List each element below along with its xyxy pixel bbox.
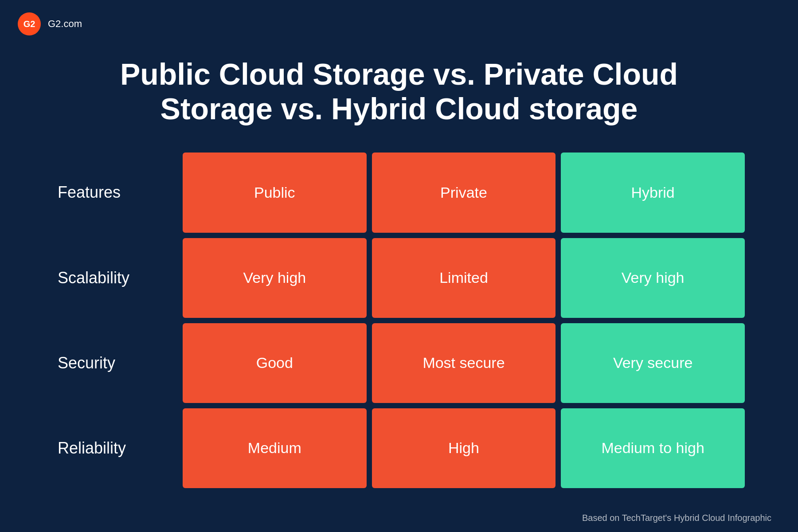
page-title: Public Cloud Storage vs. Private Cloud S… <box>89 57 709 126</box>
site-name: G2.com <box>48 18 82 30</box>
cell-public-security: Good <box>183 323 367 403</box>
main-content: Public Cloud Storage vs. Private Cloud S… <box>0 48 798 506</box>
feature-label-reliability: Reliability <box>53 408 177 488</box>
cell-public-header: Public <box>183 153 367 232</box>
cell-hybrid-security: Very secure <box>561 323 745 403</box>
header: G2 G2.com <box>0 0 798 48</box>
cell-hybrid-reliability: Medium to high <box>561 408 745 488</box>
cell-private-scalability: Limited <box>372 238 556 318</box>
feature-label-scalability: Scalability <box>53 238 177 318</box>
cell-public-scalability: Very high <box>183 238 367 318</box>
g2-logo: G2 <box>18 12 41 35</box>
cell-hybrid-scalability: Very high <box>561 238 745 318</box>
cell-private-header: Private <box>372 153 556 232</box>
logo-text: G2 <box>23 19 35 29</box>
attribution-text: Based on TechTarget's Hybrid Cloud Infog… <box>582 513 771 523</box>
comparison-table: Features Public Private Hybrid Scalabili… <box>53 153 745 488</box>
cell-hybrid-header: Hybrid <box>561 153 745 232</box>
cell-private-security: Most secure <box>372 323 556 403</box>
cell-public-reliability: Medium <box>183 408 367 488</box>
cell-private-reliability: High <box>372 408 556 488</box>
feature-label-features: Features <box>53 153 177 232</box>
footer: Based on TechTarget's Hybrid Cloud Infog… <box>0 506 798 532</box>
feature-label-security: Security <box>53 323 177 403</box>
